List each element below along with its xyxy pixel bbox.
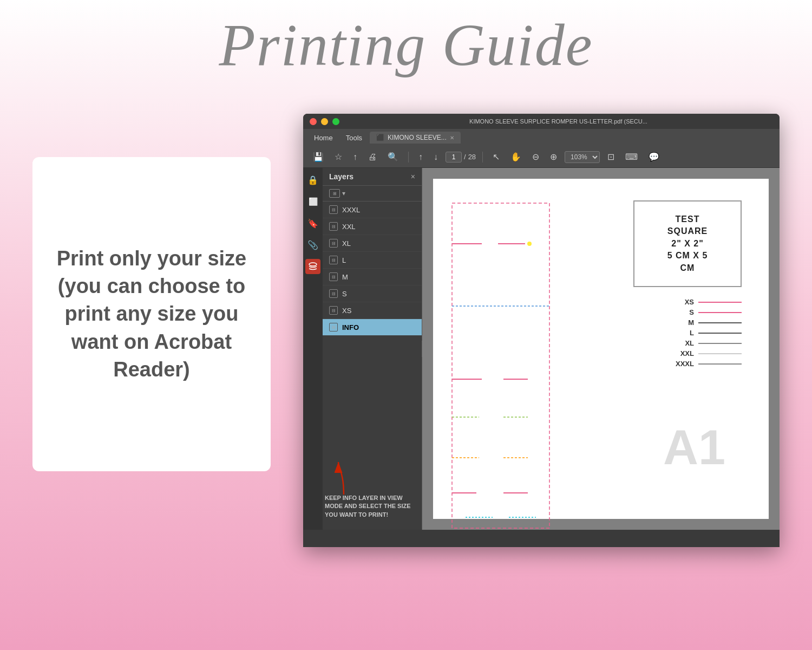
bookmarks-icon[interactable]: 🔖 [305,216,320,231]
layer-visibility-icon-info[interactable]: ⊟ [329,323,338,332]
layer-name-xl: XL [342,239,351,248]
menu-home[interactable]: Home [309,132,338,144]
layers-header: Layers × [323,168,422,186]
prev-page-icon[interactable]: ↑ [415,150,426,164]
svg-point-0 [309,263,317,266]
left-text-box: Print only your size (you can choose to … [32,157,271,471]
page-title: Printing Guide [219,12,593,78]
layer-visibility-icon[interactable]: ⊟ [329,205,338,214]
zoom-in-icon[interactable]: ⊕ [547,150,560,164]
layer-item-xxl[interactable]: ⊟ XXL [323,218,422,235]
layer-item-xs[interactable]: ⊟ XS [323,302,422,319]
svg-point-16 [527,242,532,246]
window-title: KIMONO SLEEVE SURPLICE ROMPER US-LETTER.… [469,118,647,125]
layer-item-s[interactable]: ⊟ S [323,285,422,302]
size-label-xl: XL [675,339,694,347]
zoom-select[interactable]: 103% 100% 75% 50% [565,151,600,163]
pdf-icon: ⬛ [376,134,384,141]
page-separator: / [464,153,466,161]
size-line-s [698,312,742,313]
layer-item-m[interactable]: ⊟ M [323,269,422,285]
share-icon[interactable]: ↑ [350,150,361,164]
comment-icon[interactable]: 💬 [645,150,663,164]
svg-rect-2 [452,203,549,528]
size-line-xs [698,302,742,303]
layers-panel: Layers × ⊞ ▾ ⊟ XXXL ⊟ XXL [323,168,422,530]
layer-item-info[interactable]: ⊟ INFO [323,319,422,336]
layer-visibility-icon-xxl[interactable]: ⊟ [329,222,338,231]
page-number-input[interactable] [446,152,462,162]
layer-visibility-icon-xs[interactable]: ⊟ [329,306,338,315]
instruction-text: Print only your size (you can choose to … [49,245,254,384]
size-label-m: M [675,318,694,327]
dropdown-arrow[interactable]: ▾ [342,190,345,197]
size-legend-item-xl: XL [675,339,742,347]
layer-item-xl[interactable]: ⊟ XL [323,235,422,252]
layer-settings-icon[interactable]: ⊞ [329,189,340,198]
size-legend-item-xs: XS [675,298,742,306]
page-navigation: / 28 [446,152,476,162]
layer-name-info: INFO [342,323,359,332]
layers-close-button[interactable]: × [411,172,415,181]
layer-name-xs: XS [342,307,351,315]
toolbar: 💾 ☆ ↑ 🖨 🔍 ↑ ↓ / 28 ↖ ✋ ⊖ ⊕ 103% 100% 75%… [303,146,780,168]
lock-icon[interactable]: 🔒 [305,172,320,187]
layer-visibility-icon-xl[interactable]: ⊟ [329,239,338,248]
layers-list: ⊟ XXXL ⊟ XXL ⊟ XL ⊟ L [323,202,422,336]
keyboard-icon[interactable]: ⌨ [622,150,641,164]
layer-item-xxxl[interactable]: ⊟ XXXL [323,202,422,218]
layer-name-s: S [342,290,347,298]
left-icon-strip: 🔒 ⬜ 🔖 📎 [303,168,323,530]
layers-toolbar: ⊞ ▾ [323,186,422,202]
attachments-icon[interactable]: 📎 [305,237,320,252]
size-line-xxl [698,353,742,354]
menu-bar: Home Tools ⬛ KIMONO SLEEVE... ✕ [303,129,780,146]
pattern-area [444,195,552,530]
size-legend-item-xxl: XXL [675,349,742,358]
close-button[interactable] [310,118,317,125]
layers-sidebar: 🔒 ⬜ 🔖 📎 Layers × [303,168,422,530]
size-label-l: L [675,329,694,337]
zoom-search-icon[interactable]: 🔍 [384,150,402,164]
tab-close-icon[interactable]: ✕ [450,135,454,141]
save-icon[interactable]: 💾 [310,150,327,164]
layer-visibility-icon-l[interactable]: ⊟ [329,256,338,264]
separator [408,152,409,162]
menu-tools[interactable]: Tools [340,132,368,144]
title-area: Printing Guide [0,11,812,80]
bookmark-icon[interactable]: ☆ [331,150,345,164]
layers-panel-title: Layers [329,172,353,181]
page-total: 28 [468,153,476,161]
test-square-line3: 5 CM X 5 CM [661,250,714,274]
next-page-icon[interactable]: ↓ [430,150,441,164]
document-page: TEST SQUARE 2" X 2" 5 CM X 5 CM XS S [433,179,769,519]
layers-icon[interactable] [305,259,320,274]
acrobat-window: KIMONO SLEEVE SURPLICE ROMPER US-LETTER.… [303,114,780,547]
annotation-text: KEEP INFO LAYER IN VIEW MODE AND SELECT … [325,494,416,519]
maximize-button[interactable] [332,118,339,125]
size-label-xxl: XXL [675,349,694,358]
layer-visibility-icon-s[interactable]: ⊟ [329,289,338,298]
size-label-s: S [675,308,694,316]
size-line-l [698,333,742,334]
size-legend: XS S M L XL [675,298,742,370]
size-line-m [698,322,742,323]
separator2 [482,152,483,162]
tab-document[interactable]: ⬛ KIMONO SLEEVE... ✕ [370,132,461,144]
hand-icon[interactable]: ✋ [507,150,525,164]
zoom-out-icon[interactable]: ⊖ [529,150,542,164]
cursor-icon[interactable]: ↖ [489,150,503,164]
layer-name-m: M [342,273,348,281]
print-icon[interactable]: 🖨 [365,150,380,164]
test-square-text: TEST SQUARE 2" X 2" 5 CM X 5 CM [661,213,714,274]
fit-icon[interactable]: ⊡ [604,150,618,164]
layer-item-l[interactable]: ⊟ L [323,252,422,269]
test-square-line1: TEST SQUARE [661,213,714,238]
size-label-xs: XS [675,298,694,306]
layer-visibility-icon-m[interactable]: ⊟ [329,272,338,281]
pages-icon[interactable]: ⬜ [305,194,320,209]
size-legend-item-s: S [675,308,742,316]
minimize-button[interactable] [321,118,328,125]
size-line-xl [698,343,742,344]
size-legend-item-l: L [675,329,742,337]
